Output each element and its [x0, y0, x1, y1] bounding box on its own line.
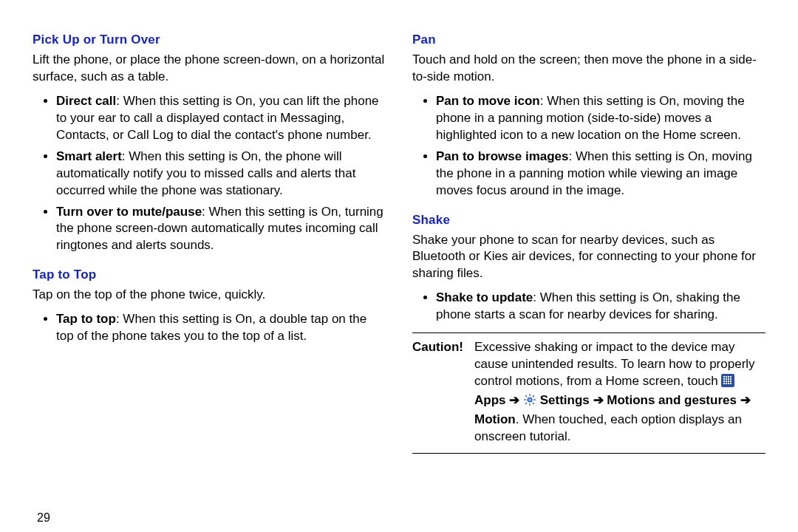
bullets-pan: Pan to move icon: When this setting is O… — [412, 93, 765, 204]
bullets-pick-up: Direct call: When this setting is On, yo… — [33, 93, 386, 259]
svg-rect-12 — [730, 381, 732, 382]
bullet-tap-to-top: Tap to top: When this setting is On, a d… — [56, 311, 386, 345]
svg-line-23 — [533, 403, 534, 404]
heading-shake: Shake — [412, 213, 765, 228]
path-apps: Apps — [474, 393, 506, 407]
svg-rect-8 — [730, 378, 732, 380]
intro-shake: Shake your phone to scan for nearby devi… — [412, 232, 765, 283]
bullet-title: Pan to browse images — [436, 149, 569, 163]
bullet-title: Pan to move icon — [436, 94, 540, 108]
svg-line-24 — [525, 403, 527, 404]
svg-rect-15 — [728, 383, 729, 384]
bullets-shake: Shake to update: When this setting is On… — [412, 290, 765, 328]
bullet-title: Shake to update — [436, 290, 533, 304]
caution-label: Caution! — [412, 339, 470, 446]
svg-rect-2 — [726, 376, 727, 378]
page-number: 29 — [33, 497, 386, 525]
svg-rect-4 — [730, 376, 732, 378]
bullet-pan-move-icon: Pan to move icon: When this setting is O… — [436, 93, 765, 144]
svg-rect-14 — [726, 383, 727, 384]
svg-line-22 — [525, 395, 527, 397]
heading-tap-to-top: Tap to Top — [33, 267, 386, 282]
svg-rect-10 — [726, 381, 727, 382]
manual-page: Pick Up or Turn Over Lift the phone, or … — [0, 0, 798, 532]
caution-pretext: Excessive shaking or impact to the devic… — [474, 340, 755, 388]
intro-pan: Touch and hold on the screen; then move … — [412, 52, 765, 86]
settings-gear-icon — [523, 393, 536, 412]
bullet-title: Turn over to mute/pause — [56, 205, 202, 219]
path-motions-gestures: Motions and gestures — [607, 393, 737, 407]
svg-rect-6 — [726, 378, 727, 380]
svg-rect-16 — [730, 383, 732, 384]
path-motion: Motion — [474, 412, 516, 426]
bullet-title: Tap to top — [56, 312, 116, 326]
bullet-pan-browse-images: Pan to browse images: When this setting … — [436, 149, 765, 200]
svg-point-17 — [528, 398, 532, 402]
svg-rect-1 — [723, 376, 725, 378]
caution-body: Excessive shaking or impact to the devic… — [474, 339, 765, 446]
right-column: Pan Touch and hold on the screen; then m… — [412, 33, 765, 525]
svg-rect-7 — [728, 378, 729, 380]
bullet-turn-over: Turn over to mute/pause: When this setti… — [56, 204, 386, 255]
bullet-title: Direct call — [56, 94, 116, 108]
bullet-title: Smart alert — [56, 149, 122, 163]
left-column: Pick Up or Turn Over Lift the phone, or … — [33, 33, 386, 525]
arrow-icon: ➔ — [740, 393, 751, 407]
bullet-smart-alert: Smart alert: When this setting is On, th… — [56, 149, 386, 200]
svg-rect-3 — [728, 376, 729, 378]
bullet-direct-call: Direct call: When this setting is On, yo… — [56, 93, 386, 144]
svg-line-25 — [533, 395, 534, 397]
bullet-shake-to-update: Shake to update: When this setting is On… — [436, 290, 765, 324]
heading-pick-up-or-turn-over: Pick Up or Turn Over — [33, 33, 386, 47]
arrow-icon: ➔ — [509, 393, 519, 407]
svg-rect-5 — [723, 378, 725, 380]
arrow-icon: ➔ — [593, 393, 604, 407]
svg-rect-9 — [723, 381, 725, 382]
svg-rect-11 — [728, 381, 729, 382]
caution-block: Caution! Excessive shaking or impact to … — [412, 332, 765, 454]
intro-pick-up: Lift the phone, or place the phone scree… — [33, 52, 386, 86]
heading-pan: Pan — [412, 33, 765, 47]
intro-tap-to-top: Tap on the top of the phone twice, quick… — [33, 287, 386, 304]
path-settings: Settings — [540, 393, 590, 407]
bullets-tap-to-top: Tap to top: When this setting is On, a d… — [33, 311, 386, 349]
svg-rect-13 — [723, 383, 725, 384]
apps-grid-icon — [721, 374, 734, 392]
